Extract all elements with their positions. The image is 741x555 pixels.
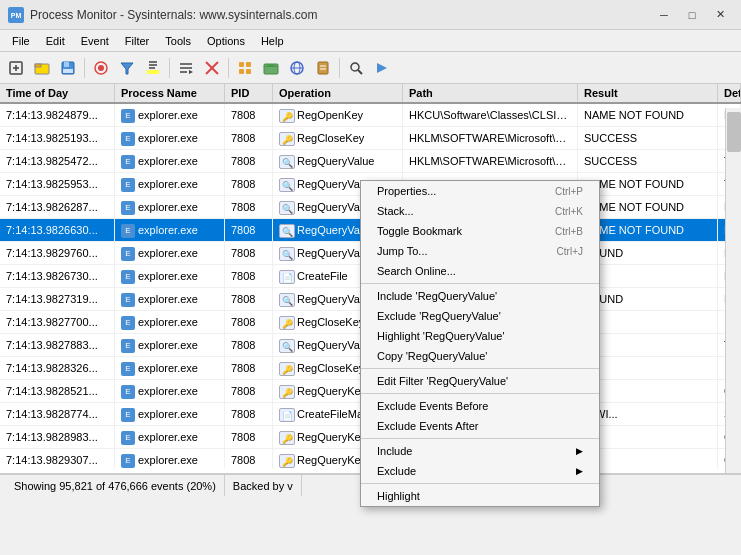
toolbar-open[interactable] xyxy=(30,56,54,80)
context-menu-item[interactable]: Include xyxy=(361,441,599,461)
col-header-detail[interactable]: Detail xyxy=(718,84,741,102)
col-header-result[interactable]: Result xyxy=(578,84,718,102)
cell-proc: Eexplorer.exe xyxy=(115,334,225,356)
toolbar-clear[interactable] xyxy=(200,56,224,80)
op-icon: 🔍 xyxy=(279,178,295,192)
cell-pid: 7808 xyxy=(225,242,273,264)
svg-point-35 xyxy=(351,63,359,71)
context-menu-item[interactable]: Toggle BookmarkCtrl+B xyxy=(361,221,599,241)
cell-time: 7:14:13.9828326... xyxy=(0,357,115,379)
context-menu-item[interactable]: Search Online... xyxy=(361,261,599,281)
cell-pid: 7808 xyxy=(225,403,273,425)
op-icon: 🔍 xyxy=(279,224,295,238)
op-icon: 🔍 xyxy=(279,155,295,169)
cell-op: 🔑RegCloseKey xyxy=(273,127,403,149)
cell-result: NAME NOT FOUND xyxy=(578,104,718,126)
context-menu-item[interactable]: Copy 'RegQueryValue' xyxy=(361,346,599,366)
cell-pid: 7808 xyxy=(225,357,273,379)
context-menu-item[interactable]: Highlight xyxy=(361,486,599,506)
table-header: Time of Day Process Name PID Operation P… xyxy=(0,84,741,104)
title-bar: PM Process Monitor - Sysinternals: www.s… xyxy=(0,0,741,30)
table-row[interactable]: 7:14:13.9825193... Eexplorer.exe 7808 🔑R… xyxy=(0,127,741,150)
svg-rect-26 xyxy=(246,69,251,74)
minimize-button[interactable]: ─ xyxy=(651,5,677,25)
toolbar-save[interactable] xyxy=(56,56,80,80)
context-menu-item[interactable]: Properties...Ctrl+P xyxy=(361,181,599,201)
toolbar-new[interactable] xyxy=(4,56,28,80)
cell-proc: Eexplorer.exe xyxy=(115,104,225,126)
context-menu-item[interactable]: Highlight 'RegQueryValue' xyxy=(361,326,599,346)
menu-help[interactable]: Help xyxy=(253,33,292,49)
op-icon: 🔑 xyxy=(279,109,295,123)
cell-pid: 7808 xyxy=(225,288,273,310)
toolbar-sep-3 xyxy=(228,58,229,78)
cell-pid: 7808 xyxy=(225,104,273,126)
op-icon: 🔑 xyxy=(279,362,295,376)
context-menu-item[interactable]: Exclude 'RegQueryValue' xyxy=(361,306,599,326)
ctx-item-label: Highlight xyxy=(377,490,420,502)
col-header-process[interactable]: Process Name xyxy=(115,84,225,102)
cell-proc: Eexplorer.exe xyxy=(115,173,225,195)
context-menu-separator xyxy=(361,393,599,394)
op-icon: 🔑 xyxy=(279,431,295,445)
toolbar-autoscroll[interactable] xyxy=(174,56,198,80)
status-backed: Backed by v xyxy=(225,475,302,496)
context-menu-item[interactable]: Exclude Events Before xyxy=(361,396,599,416)
cell-time: 7:14:13.9826287... xyxy=(0,196,115,218)
window-title: Process Monitor - Sysinternals: www.sysi… xyxy=(30,8,317,22)
col-header-pid[interactable]: PID xyxy=(225,84,273,102)
col-header-operation[interactable]: Operation xyxy=(273,84,403,102)
ctx-item-shortcut: Ctrl+B xyxy=(555,226,583,237)
op-icon: 🔑 xyxy=(279,385,295,399)
toolbar-capture[interactable] xyxy=(89,56,113,80)
cell-pid: 7808 xyxy=(225,127,273,149)
ctx-item-label: Toggle Bookmark xyxy=(377,225,462,237)
menu-file[interactable]: File xyxy=(4,33,38,49)
menu-options[interactable]: Options xyxy=(199,33,253,49)
menu-filter[interactable]: Filter xyxy=(117,33,157,49)
ctx-item-label: Highlight 'RegQueryValue' xyxy=(377,330,505,342)
context-menu-item[interactable]: Jump To...Ctrl+J xyxy=(361,241,599,261)
cell-result: SUCCESS xyxy=(578,150,718,172)
maximize-button[interactable]: □ xyxy=(679,5,705,25)
cell-time: 7:14:13.9829307... xyxy=(0,449,115,469)
toolbar-net[interactable] xyxy=(285,56,309,80)
context-menu-item[interactable]: Edit Filter 'RegQueryValue' xyxy=(361,371,599,391)
menu-tools[interactable]: Tools xyxy=(157,33,199,49)
context-menu-item[interactable]: Exclude xyxy=(361,461,599,481)
svg-marker-37 xyxy=(377,63,387,73)
context-menu-separator xyxy=(361,483,599,484)
window-controls[interactable]: ─ □ ✕ xyxy=(651,5,733,25)
toolbar-highlight[interactable] xyxy=(141,56,165,80)
table-row[interactable]: 7:14:13.9824879... Eexplorer.exe 7808 🔑R… xyxy=(0,104,741,127)
scroll-thumb[interactable] xyxy=(727,112,741,152)
toolbar-proc[interactable] xyxy=(311,56,335,80)
ctx-item-shortcut: Ctrl+P xyxy=(555,186,583,197)
toolbar-find[interactable] xyxy=(344,56,368,80)
toolbar-fs[interactable] xyxy=(259,56,283,80)
vertical-scrollbar[interactable] xyxy=(725,108,741,473)
context-menu: Properties...Ctrl+PStack...Ctrl+KToggle … xyxy=(360,180,600,507)
cell-proc: Eexplorer.exe xyxy=(115,265,225,287)
col-header-path[interactable]: Path xyxy=(403,84,578,102)
context-menu-item[interactable]: Include 'RegQueryValue' xyxy=(361,286,599,306)
cell-path: HKLM\SOFTWARE\Microsoft\PolicyM... xyxy=(403,127,578,149)
menu-edit[interactable]: Edit xyxy=(38,33,73,49)
svg-rect-6 xyxy=(35,64,41,67)
menu-event[interactable]: Event xyxy=(73,33,117,49)
context-menu-item[interactable]: Stack...Ctrl+K xyxy=(361,201,599,221)
ctx-item-label: Copy 'RegQueryValue' xyxy=(377,350,487,362)
toolbar-sep-1 xyxy=(84,58,85,78)
toolbar-jump[interactable] xyxy=(370,56,394,80)
context-menu-item[interactable]: Exclude Events After xyxy=(361,416,599,436)
ctx-item-label: Edit Filter 'RegQueryValue' xyxy=(377,375,508,387)
toolbar-reg[interactable] xyxy=(233,56,257,80)
table-row[interactable]: 7:14:13.9825472... Eexplorer.exe 7808 🔍R… xyxy=(0,150,741,173)
toolbar-sep-2 xyxy=(169,58,170,78)
cell-time: 7:14:13.9828521... xyxy=(0,380,115,402)
svg-rect-25 xyxy=(239,69,244,74)
close-button[interactable]: ✕ xyxy=(707,5,733,25)
toolbar-filter[interactable] xyxy=(115,56,139,80)
col-header-time[interactable]: Time of Day xyxy=(0,84,115,102)
cell-pid: 7808 xyxy=(225,150,273,172)
